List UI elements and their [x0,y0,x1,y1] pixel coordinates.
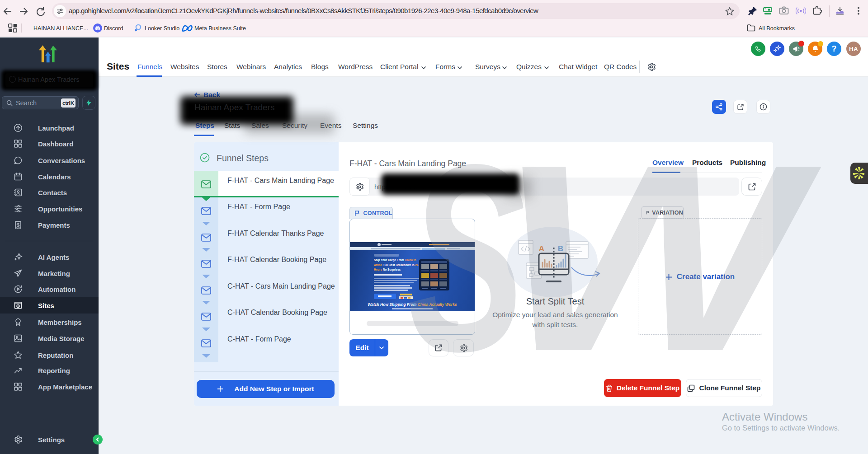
svg-text:B: B [558,244,563,253]
svg-text:A: A [539,244,544,253]
